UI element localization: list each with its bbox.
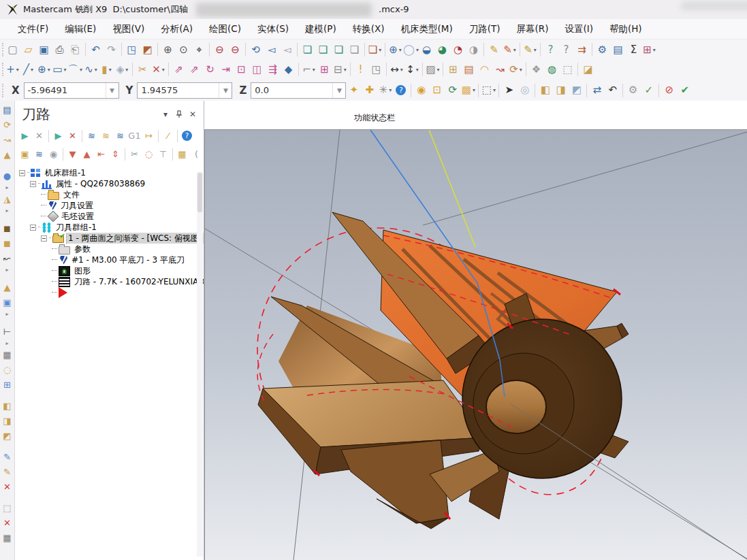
unzoom-50-icon[interactable]: ⊖	[227, 41, 243, 59]
create-cylinder-icon[interactable]: ▮	[99, 61, 114, 78]
scrollbar-thumb[interactable]	[197, 173, 202, 212]
tree-item-files[interactable]: 文件	[15, 189, 204, 200]
gear-clock-icon[interactable]: ⚙	[625, 82, 641, 99]
menu-analyze[interactable]: 分析(A)	[153, 20, 201, 38]
shading-shaded-icon[interactable]: ◕	[434, 41, 450, 59]
dimension-icon[interactable]: ⊢	[0, 324, 15, 339]
tree-expand-box[interactable]	[30, 225, 36, 231]
shading-wireframe-icon[interactable]: ◒	[419, 41, 434, 59]
grid-icon[interactable]: ⊞	[0, 377, 15, 392]
toggle-toolpath-display-icon[interactable]: ≋	[32, 146, 46, 163]
x-dropdown-icon[interactable]: ▼	[106, 83, 118, 98]
select-rotate-icon[interactable]: ⟳	[445, 82, 460, 99]
regen-all-dirty-icon[interactable]: ≋	[84, 128, 99, 144]
menu-xform[interactable]: 转换(X)	[345, 20, 393, 38]
axis-snap-icon[interactable]: ✳	[377, 82, 393, 99]
repaint-icon[interactable]: ◩	[140, 41, 155, 59]
surface-sweep-icon[interactable]: ↝	[492, 61, 508, 78]
solid-select-face-icon[interactable]: ◧	[537, 82, 553, 99]
menu-settings[interactable]: 设置(I)	[556, 20, 601, 38]
tree-expand-box[interactable]	[41, 235, 47, 242]
graphics-viewport[interactable]	[204, 129, 747, 560]
tree-item-operation-1[interactable]: 1 - 两曲面之间渐变 - [WCS: 俯视图]	[15, 233, 204, 244]
toolpath-editor-icon[interactable]: ▤	[0, 102, 15, 117]
select-last-icon[interactable]: ◉	[413, 82, 429, 99]
tree-expand-box[interactable]	[30, 181, 36, 187]
panel-close-icon[interactable]: ✕	[186, 108, 200, 120]
menu-solids[interactable]: 实体(S)	[249, 20, 297, 38]
swept-2d-icon[interactable]: ◮	[0, 191, 15, 206]
tree-item-toolpath-file[interactable]: 刀路 - 7.7K - 160702-YELUNXIAO.I	[15, 276, 204, 287]
swap-entity-icon[interactable]: ⇄	[589, 82, 605, 99]
flowline-icon[interactable]: ↜	[0, 250, 15, 265]
create-surface-icon[interactable]: ◈	[114, 61, 130, 78]
fit-screen-icon[interactable]: ◳	[124, 41, 140, 59]
machine-simulation-icon[interactable]: ▦	[175, 146, 189, 163]
solid-select-back-icon[interactable]: ◩	[569, 82, 584, 99]
xform-translate-icon[interactable]: ⇗	[171, 61, 187, 78]
nesting-icon[interactable]: ⊞	[317, 61, 332, 78]
tree-item-machine-group[interactable]: 机床群组-1	[15, 167, 204, 178]
surface-rough-icon[interactable]: ◼	[0, 220, 15, 235]
gview-side-icon[interactable]: ❏	[331, 41, 347, 59]
solid-select-body-icon[interactable]: ◨	[553, 82, 569, 99]
surface-finish-icon[interactable]: ◼	[0, 235, 15, 250]
expand-arrow[interactable]: ▸	[0, 183, 15, 191]
dim-vertical-icon[interactable]: ↕	[404, 61, 420, 78]
select-validate-icon[interactable]: ◎	[517, 82, 533, 99]
options-more-icon[interactable]: (	[189, 146, 204, 163]
select-stock-icon[interactable]: ▩	[460, 82, 476, 99]
circle-mill-icon[interactable]: ●	[0, 168, 15, 183]
wire-display-icon[interactable]: ▦	[0, 530, 15, 545]
xform-copy-icon[interactable]: ⇗	[187, 61, 202, 78]
analyze-dynamic-icon[interactable]: ✎	[522, 41, 538, 59]
z-coordinate-input[interactable]	[251, 84, 332, 96]
containment-icon[interactable]: ◌	[142, 146, 156, 163]
tree-expand-box[interactable]	[19, 170, 25, 176]
pocket-icon[interactable]: ▣	[0, 295, 15, 310]
panel-dropdown-icon[interactable]: ▾	[159, 108, 172, 120]
tree-item-tool-group[interactable]: 刀具群组-1	[15, 222, 204, 233]
trim-break-icon[interactable]: ✂	[135, 61, 150, 78]
planes-icon[interactable]: ◯	[403, 41, 419, 59]
xform-offset-icon[interactable]: ⇥	[218, 61, 234, 78]
menu-file[interactable]: 文件(F)	[10, 20, 57, 38]
hatch-icon[interactable]: ▨	[425, 61, 441, 78]
expand-arrow[interactable]: ▸	[0, 310, 15, 318]
surface-revolve-icon[interactable]: ⟳	[508, 61, 524, 78]
tree-item-parameters[interactable]: 参数	[15, 244, 204, 254]
open-file-icon[interactable]: ▱	[20, 41, 36, 59]
note-light-icon[interactable]: !	[353, 61, 368, 78]
surface-net-icon[interactable]: ⊞	[445, 61, 461, 78]
menu-view[interactable]: 视图(V)	[104, 20, 153, 38]
deselect-tool-ops-icon[interactable]: ✕	[65, 128, 80, 144]
shading-off-icon[interactable]: ◑	[466, 41, 481, 59]
redo-icon[interactable]: ↷	[104, 41, 119, 59]
tree-item-tool-settings[interactable]: 刀具设置	[15, 200, 204, 211]
edit-toolpath-icon[interactable]: ✎	[0, 449, 15, 464]
xform-rotate-icon[interactable]: ↻	[202, 61, 218, 78]
surface-flat-icon[interactable]: ▤	[461, 61, 477, 78]
move-down-icon[interactable]: ▼	[65, 146, 80, 163]
toggle-lock-icon[interactable]: ▣	[18, 146, 32, 163]
sigma-icon[interactable]: Σ	[626, 41, 641, 59]
menu-model-prep[interactable]: 建模(P)	[297, 20, 345, 38]
create-spline-icon[interactable]: ∿	[83, 61, 99, 78]
zoom-cursor-icon[interactable]: ⌖	[191, 41, 207, 59]
g1-backplot-icon[interactable]: G1	[127, 128, 142, 144]
gview-top-icon[interactable]: ❏	[300, 41, 315, 59]
break-corner-icon[interactable]: ⌐	[301, 61, 317, 78]
create-circle-icon[interactable]: ⊕	[36, 61, 52, 78]
view-sheet-icon[interactable]: ◅	[279, 41, 295, 59]
xform-array-icon[interactable]: ⇶	[265, 61, 281, 78]
menu-machine-type[interactable]: 机床类型(M)	[393, 20, 461, 38]
dynamic-rotate-icon[interactable]: ◅	[264, 41, 279, 59]
select-window-icon[interactable]: ⊡	[429, 82, 445, 99]
solid-boolean-icon[interactable]: ⬚	[560, 61, 575, 78]
wireframe-mill-icon[interactable]: ▦	[0, 347, 15, 362]
customize-icon[interactable]: ▤	[610, 41, 626, 59]
face-mill-icon[interactable]: ▲	[0, 280, 15, 295]
wcs-icon[interactable]: ⊕	[387, 41, 403, 59]
create-fillet-icon[interactable]: ⌒	[67, 61, 83, 78]
stock-model-icon[interactable]: ⟳	[0, 117, 15, 132]
